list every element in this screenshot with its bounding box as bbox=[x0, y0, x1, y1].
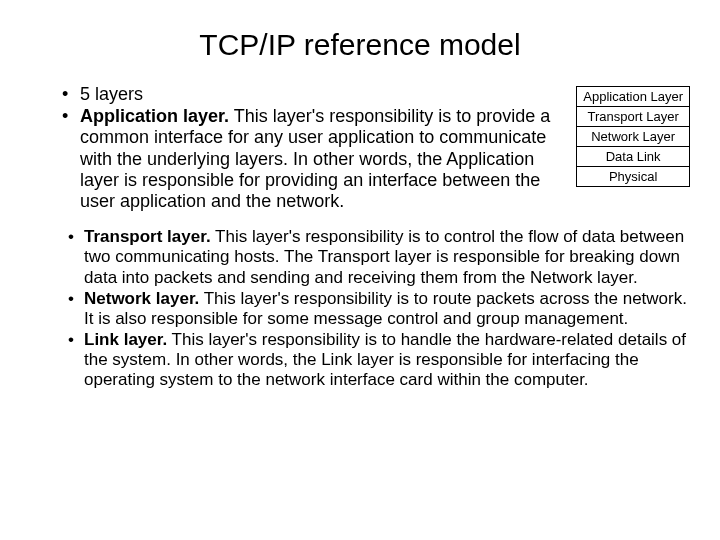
list-item: Link layer. This layer's responsibility … bbox=[68, 330, 690, 390]
list-item: 5 layers bbox=[62, 84, 566, 105]
bullet-bold: Application layer. bbox=[80, 106, 229, 126]
list-item: Application layer. This layer's responsi… bbox=[62, 106, 566, 212]
table-row: Physical bbox=[577, 167, 690, 187]
list-item: Network layer. This layer's responsibili… bbox=[68, 289, 690, 329]
layer-cell: Physical bbox=[577, 167, 690, 187]
top-section: 5 layers Application layer. This layer's… bbox=[30, 84, 690, 213]
bullet-bold: Network layer. bbox=[84, 289, 199, 308]
table-row: Network Layer bbox=[577, 127, 690, 147]
layer-cell: Network Layer bbox=[577, 127, 690, 147]
table-row: Transport Layer bbox=[577, 107, 690, 127]
bottom-bullet-list: Transport layer. This layer's responsibi… bbox=[30, 227, 690, 389]
list-item: Transport layer. This layer's responsibi… bbox=[68, 227, 690, 287]
layer-cell: Application Layer bbox=[577, 87, 690, 107]
top-bullet-list: 5 layers Application layer. This layer's… bbox=[30, 84, 566, 213]
layer-stack-table: Application Layer Transport Layer Networ… bbox=[576, 86, 690, 187]
layer-cell: Transport Layer bbox=[577, 107, 690, 127]
page-title: TCP/IP reference model bbox=[30, 28, 690, 62]
table-row: Data Link bbox=[577, 147, 690, 167]
bullet-bold: Link layer. bbox=[84, 330, 167, 349]
bullet-bold: Transport layer. bbox=[84, 227, 211, 246]
bullet-text: 5 layers bbox=[80, 84, 143, 104]
bullet-text: This layer's responsibility is to handle… bbox=[84, 330, 686, 389]
layer-cell: Data Link bbox=[577, 147, 690, 167]
table-row: Application Layer bbox=[577, 87, 690, 107]
